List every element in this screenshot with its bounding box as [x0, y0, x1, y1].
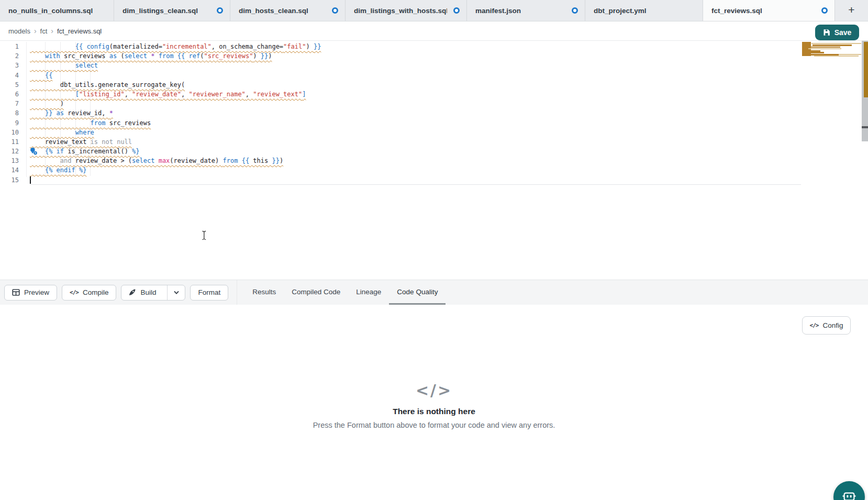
file-tab-label: fct_reviews.sql — [711, 7, 762, 15]
line-number: 13 — [0, 156, 19, 165]
file-tab-label: dbt_project.yml — [594, 7, 647, 15]
code-line-text: ["listing_id", "review_date", "reviewer_… — [30, 91, 306, 98]
code-line-text: {% endif %} — [30, 166, 86, 174]
modified-dot — [453, 7, 460, 14]
code-slash-icon: </> — [0, 381, 868, 399]
code-line — [30, 175, 801, 185]
line-number: 2 — [0, 51, 19, 61]
minimap-bar — [814, 55, 859, 57]
minimap-bar — [810, 52, 824, 53]
panel-tab-results[interactable]: Results — [244, 280, 284, 305]
line-number: 5 — [0, 80, 19, 90]
file-tab-label: manifest.json — [475, 7, 521, 15]
code-line: ) — [30, 99, 801, 108]
chevron-down-icon — [173, 290, 180, 296]
minimap-bar — [808, 48, 841, 49]
scrollbar-warning-marks — [864, 42, 868, 97]
line-number: 8 — [0, 108, 19, 118]
scrollbar-cursor-mark — [862, 126, 868, 128]
build-split-button: Build — [121, 285, 185, 301]
line-number: 3 — [0, 61, 19, 70]
file-tab-no-nulls-in-columns-sql[interactable]: no_nulls_in_columns.sql — [0, 0, 114, 21]
file-tab-dim-hosts-clean-sql[interactable]: dim_hosts_clean.sql — [230, 0, 346, 21]
line-number: 6 — [0, 90, 19, 99]
modified-dot — [217, 7, 223, 14]
format-button[interactable]: Format — [190, 285, 228, 301]
config-button[interactable]: </> Config — [802, 316, 851, 335]
floppy-disk-icon — [823, 29, 830, 36]
code-line: {{ config(materialized="incremental", on… — [30, 42, 801, 51]
empty-state-subtitle: Press the Format button above to format … — [0, 421, 868, 429]
code-line-text: review_text is not null — [30, 138, 132, 146]
panel-tab-compiled-code[interactable]: Compiled Code — [284, 280, 348, 305]
plus-icon: + — [848, 4, 854, 16]
chevron-right-icon: › — [34, 27, 37, 35]
modified-dot — [821, 7, 828, 14]
new-tab-button[interactable]: + — [835, 0, 868, 21]
chevron-right-icon: › — [51, 27, 53, 35]
modified-dot — [572, 7, 578, 14]
build-button[interactable]: Build — [121, 285, 163, 300]
code-line-text: {{ config(materialized="incremental", on… — [30, 43, 321, 50]
code-lines: {{ config(materialized="incremental", on… — [30, 42, 801, 185]
code-brackets-icon: </> — [70, 289, 79, 296]
file-tab-label: dim_listings_clean.sql — [123, 7, 198, 15]
code-line: and review_date > (select max(review_dat… — [30, 156, 801, 165]
breadcrumb-item[interactable]: fct_reviews.sql — [57, 27, 102, 35]
line-number-gutter: 123456789101112131415 — [0, 42, 19, 185]
breadcrumb-item[interactable]: models — [8, 27, 30, 35]
code-line: {% endif %} — [30, 165, 801, 175]
file-tab-manifest-json[interactable]: manifest.json — [467, 0, 585, 21]
code-line-text: from src_reviews — [30, 119, 151, 127]
modified-dot — [332, 7, 338, 14]
code-line-text: select — [30, 62, 98, 69]
file-tab-dbt-project-yml[interactable]: dbt_project.yml — [585, 0, 703, 21]
line-number: 11 — [0, 137, 19, 147]
code-line: with src_reviews as (select * from {{ re… — [30, 51, 801, 61]
code-line-text: dbt_utils.generate_surrogate_key( — [30, 81, 185, 88]
code-editor[interactable]: 123456789101112131415 {{ config(material… — [0, 41, 868, 280]
save-button[interactable]: Save — [815, 25, 859, 40]
code-line: {{ — [30, 71, 801, 80]
minimap-bar — [807, 47, 840, 48]
panel-tabs: ResultsCompiled CodeLineageCode Quality — [244, 280, 446, 305]
minimap[interactable] — [802, 42, 861, 59]
robot-chat-icon — [841, 489, 857, 500]
build-options-dropdown[interactable] — [167, 285, 185, 300]
preview-button[interactable]: Preview — [4, 285, 57, 301]
code-line-text: where — [30, 129, 94, 136]
save-button-label: Save — [834, 28, 852, 37]
code-quality-panel: </> Config </> There is nothing here Pre… — [0, 305, 868, 500]
file-tabbar: no_nulls_in_columns.sqldim_listings_clea… — [0, 0, 868, 21]
panel-tab-code-quality[interactable]: Code Quality — [389, 280, 446, 305]
toolbar-divider — [237, 280, 237, 305]
rocket-icon — [128, 288, 136, 296]
file-tab-dim-listings-clean-sql[interactable]: dim_listings_clean.sql — [114, 0, 230, 21]
build-button-label: Build — [140, 288, 156, 296]
empty-state: </> There is nothing here Press the Form… — [0, 381, 868, 429]
file-tab-label: no_nulls_in_columns.sql — [8, 7, 93, 15]
editor-action-bar: Preview </> Compile Build Format Results… — [0, 280, 868, 305]
text-caret — [30, 176, 31, 184]
line-number: 14 — [0, 165, 19, 175]
breadcrumb: models›fct›fct_reviews.sql — [0, 21, 868, 41]
line-number: 12 — [0, 147, 19, 156]
preview-button-label: Preview — [24, 288, 49, 296]
panel-tab-lineage[interactable]: Lineage — [348, 280, 389, 305]
code-line: select — [30, 61, 801, 70]
minimap-bar — [813, 45, 852, 46]
file-tab-dim-listings-with-hosts-sql[interactable]: dim_listings_with_hosts.sql — [346, 0, 467, 21]
code-line: from src_reviews — [30, 118, 801, 128]
code-line: ["listing_id", "review_date", "reviewer_… — [30, 90, 801, 99]
code-line-text: }} as review_id, * — [30, 109, 113, 117]
code-line: dbt_utils.generate_surrogate_key( — [30, 80, 801, 90]
compile-button[interactable]: </> Compile — [62, 285, 116, 301]
breadcrumb-item[interactable]: fct — [40, 27, 48, 35]
empty-state-title: There is nothing here — [0, 407, 868, 416]
file-tab-fct-reviews-sql[interactable]: fct_reviews.sql — [703, 0, 835, 21]
minimap-bar — [811, 43, 861, 44]
format-button-label: Format — [198, 288, 220, 296]
line-number: 1 — [0, 42, 19, 51]
config-button-label: Config — [822, 321, 843, 329]
code-line: where — [30, 128, 801, 137]
